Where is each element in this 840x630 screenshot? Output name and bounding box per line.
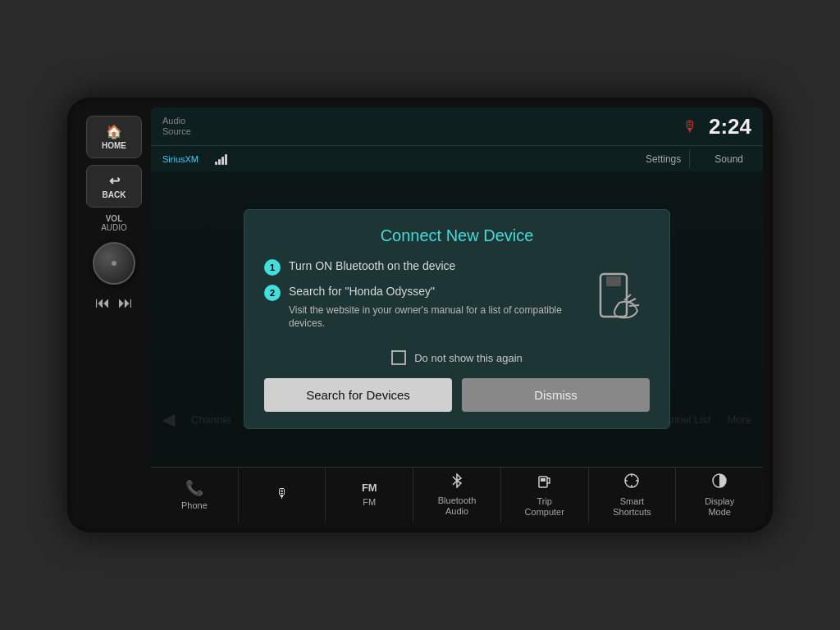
svg-rect-6 xyxy=(541,478,546,482)
back-label: BACK xyxy=(103,190,126,199)
phone-nav-label: Phone xyxy=(181,500,208,511)
modal-instructions: 1 Turn ON Bluetooth on the device 2 Sear… xyxy=(264,258,571,339)
signal-icon xyxy=(215,153,227,165)
bottom-nav: 📞 Phone 🎙 FM FM BluetoothAudio xyxy=(151,467,763,523)
phone-svg xyxy=(588,270,646,327)
vol-label-area: VOL AUDIO xyxy=(101,214,127,232)
step1-number: 1 xyxy=(264,259,281,276)
bt-svg xyxy=(450,473,464,488)
nav-display-mode[interactable]: DisplayMode xyxy=(676,468,763,523)
dismiss-button[interactable]: Dismiss xyxy=(462,378,650,412)
step1-text: Turn ON Bluetooth on the device xyxy=(289,259,455,272)
nav-smart-shortcuts[interactable]: SmartShortcuts xyxy=(589,468,677,523)
audio-source-sub: Source xyxy=(162,126,191,137)
siriusxm-label: SiriusXM xyxy=(162,154,199,164)
left-controls: 🏠 HOME ↩ BACK VOL AUDIO ⏮ ⏭ xyxy=(77,107,151,523)
step2-text: Search for "Honda Odyssey" xyxy=(289,284,571,300)
checkbox-row: Do not show this again xyxy=(264,350,650,365)
display-mode-icon xyxy=(711,472,728,493)
do-not-show-label: Do not show this again xyxy=(414,352,523,364)
skip-back-button[interactable]: ⏮ xyxy=(95,294,110,312)
fm-icon: FM xyxy=(362,482,377,494)
main-screen: Audio Source 🎙 2:24 SiriusXM Settings So… xyxy=(151,107,763,523)
top-bar: Audio Source 🎙 2:24 xyxy=(151,107,763,145)
step-2: 2 Search for "Honda Odyssey" Visit the w… xyxy=(264,284,571,331)
nav-podcast[interactable]: 🎙 xyxy=(239,468,326,523)
settings-button[interactable]: Settings xyxy=(637,150,690,168)
svg-line-3 xyxy=(628,299,636,303)
modal-button-row: Search for Devices Dismiss xyxy=(264,378,650,412)
audio-label: AUDIO xyxy=(101,223,127,232)
content-area: ◀ Channel Channel List More Connect New … xyxy=(151,171,763,467)
skip-controls: ⏮ ⏭ xyxy=(95,294,133,312)
nav-trip-computer[interactable]: TripComputer xyxy=(501,468,589,523)
modal-title: Connect New Device xyxy=(264,226,650,245)
fm-nav-label: FM xyxy=(363,497,376,508)
podcast-icon: 🎙 xyxy=(276,486,289,501)
head-unit-frame: 🏠 HOME ↩ BACK VOL AUDIO ⏮ ⏭ Audio Source xyxy=(67,98,773,532)
home-icon: 🏠 xyxy=(106,124,122,139)
bluetooth-icon xyxy=(450,473,464,492)
smart-shortcuts-label: SmartShortcuts xyxy=(613,496,651,518)
bluetooth-audio-label: BluetoothAudio xyxy=(438,495,476,517)
svg-line-4 xyxy=(629,305,639,306)
back-button[interactable]: ↩ BACK xyxy=(86,165,142,208)
display-svg xyxy=(711,472,728,489)
modal-body: 1 Turn ON Bluetooth on the device 2 Sear… xyxy=(264,258,650,339)
search-devices-button[interactable]: Search for Devices xyxy=(264,378,452,412)
connect-device-modal: Connect New Device 1 Turn ON Bluetooth o… xyxy=(244,209,670,429)
nav-bluetooth-audio[interactable]: BluetoothAudio xyxy=(413,468,501,523)
sound-button[interactable]: Sound xyxy=(706,150,751,168)
svg-rect-1 xyxy=(606,276,621,286)
fuel-icon xyxy=(536,472,553,493)
step2-number: 2 xyxy=(264,285,281,301)
do-not-show-checkbox[interactable] xyxy=(391,350,406,365)
modal-overlay: Connect New Device 1 Turn ON Bluetooth o… xyxy=(151,171,763,467)
mic-icon: 🎙 xyxy=(682,118,697,135)
display-mode-label: DisplayMode xyxy=(705,496,734,518)
back-icon: ↩ xyxy=(109,173,120,189)
trip-computer-label: TripComputer xyxy=(525,496,564,518)
audio-source-main: Audio xyxy=(162,116,191,126)
shortcuts-icon xyxy=(623,472,640,493)
clock-display: 2:24 xyxy=(709,114,751,139)
nav-fm[interactable]: FM FM xyxy=(326,468,413,523)
shortcuts-svg xyxy=(623,472,640,489)
skip-forward-button[interactable]: ⏭ xyxy=(118,294,133,312)
vol-label: VOL xyxy=(106,214,123,223)
step-1: 1 Turn ON Bluetooth on the device xyxy=(264,258,571,276)
fuel-svg xyxy=(536,472,553,489)
home-label: HOME xyxy=(102,141,126,150)
phone-icon: 📞 xyxy=(185,479,203,497)
audio-source: Audio Source xyxy=(162,116,191,137)
sub-header: SiriusXM Settings Sound xyxy=(151,145,763,171)
volume-knob[interactable] xyxy=(93,242,135,285)
phone-graphic xyxy=(584,258,650,339)
top-right-area: 🎙 2:24 xyxy=(682,114,751,139)
step2-subtext: Visit the website in your owner's manual… xyxy=(289,304,571,331)
nav-phone[interactable]: 📞 Phone xyxy=(151,468,239,523)
home-button[interactable]: 🏠 HOME xyxy=(86,116,142,158)
svg-rect-5 xyxy=(539,477,547,487)
